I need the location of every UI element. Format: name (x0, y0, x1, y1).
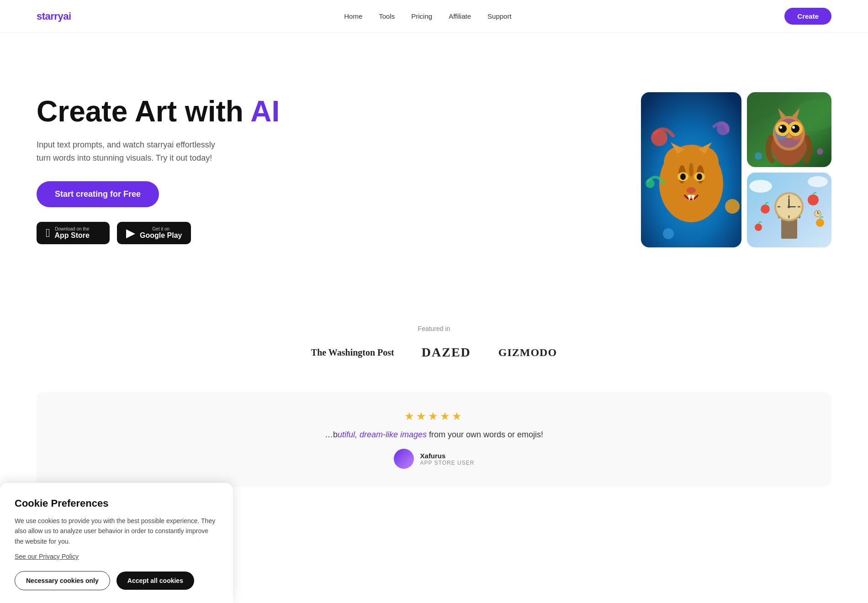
testimonial-name: Xafurus (420, 452, 475, 460)
google-play-text: Get it on Google Play (140, 226, 182, 240)
svg-point-36 (792, 126, 795, 129)
testimonial-text-after: from your own words or emojis! (427, 430, 543, 439)
google-play-big: Google Play (140, 231, 182, 240)
hero-image-owl (747, 92, 831, 167)
svg-point-41 (749, 180, 772, 193)
hero-title-black: Create Art with (37, 95, 243, 128)
svg-point-55 (761, 204, 770, 214)
testimonial-highlight: utiful, dream-like images (338, 430, 427, 439)
nav-affiliate[interactable]: Affiliate (449, 12, 471, 20)
featured-logo-gizmodo: GIZMODO (498, 346, 557, 359)
featured-logo-wapo: The Washington Post (311, 347, 394, 358)
hero-title: Create Art with AI (37, 95, 280, 127)
svg-point-54 (808, 194, 819, 205)
featured-section: Featured in The Washington Post DAZED GI… (0, 298, 868, 378)
store-buttons:  Download on the App Store ▶ Get it on … (37, 222, 280, 244)
stars: ★★★★★ (404, 410, 464, 423)
svg-point-53 (788, 205, 790, 208)
testimonial-role: APP STORE USER (420, 460, 475, 466)
google-play-button[interactable]: ▶ Get it on Google Play (117, 222, 191, 244)
google-play-icon: ▶ (126, 227, 135, 239)
hero-image-tiger (641, 92, 741, 247)
hero-title-purple: AI (250, 95, 280, 128)
testimonial-user: Xafurus APP STORE USER (394, 449, 475, 469)
featured-label: Featured in (37, 325, 831, 332)
svg-point-34 (791, 125, 799, 133)
nav-support[interactable]: Support (487, 12, 512, 20)
apple-icon:  (46, 227, 50, 239)
app-store-text: Download on the App Store (55, 226, 90, 240)
nav-tools[interactable]: Tools (379, 12, 395, 20)
create-button[interactable]: Create (784, 8, 831, 25)
svg-point-13 (687, 187, 696, 194)
svg-point-33 (778, 125, 787, 133)
svg-point-20 (663, 228, 674, 239)
svg-point-35 (779, 126, 782, 129)
svg-point-11 (680, 173, 686, 180)
logo-text: starryai (37, 10, 71, 22)
cookie-title: Cookie Preferences (15, 498, 218, 501)
avatar (394, 449, 414, 469)
google-play-small: Get it on (140, 226, 182, 231)
svg-point-42 (808, 176, 828, 187)
svg-point-12 (697, 173, 702, 180)
testimonial-section: ★★★★★ …butiful, dream-like images from y… (37, 392, 831, 487)
svg-point-8 (689, 163, 693, 177)
testimonial-text: …butiful, dream-like images from your ow… (325, 430, 543, 440)
logo: starryai (37, 10, 71, 22)
svg-point-56 (816, 219, 824, 227)
start-creating-button[interactable]: Start creating for Free (37, 181, 159, 207)
svg-point-57 (755, 224, 762, 231)
app-store-button[interactable]:  Download on the App Store (37, 222, 110, 244)
app-store-big: App Store (55, 231, 90, 240)
svg-point-19 (725, 199, 740, 214)
cookie-banner: Cookie Preferences We use cookies to pro… (0, 483, 233, 501)
hero-image-clock (747, 173, 831, 247)
svg-point-38 (755, 152, 762, 160)
nav-pricing[interactable]: Pricing (411, 12, 432, 20)
featured-logo-dazed: DAZED (422, 345, 471, 360)
nav-home[interactable]: Home (344, 12, 362, 20)
nav-links: Home Tools Pricing Affiliate Support (344, 12, 511, 20)
testimonial-user-info: Xafurus APP STORE USER (420, 452, 475, 466)
navbar: starryai Home Tools Pricing Affiliate Su… (0, 0, 868, 33)
app-store-small: Download on the (55, 226, 90, 231)
testimonial-text-before: …b (325, 430, 338, 439)
hero-subtitle: Input text prompts, and watch starryai e… (37, 138, 219, 165)
hero-left: Create Art with AI Input text prompts, a… (37, 95, 280, 244)
hero-images (641, 92, 831, 247)
hero-section: Create Art with AI Input text prompts, a… (0, 33, 868, 298)
featured-logos: The Washington Post DAZED GIZMODO (37, 345, 831, 360)
svg-point-39 (817, 148, 823, 155)
